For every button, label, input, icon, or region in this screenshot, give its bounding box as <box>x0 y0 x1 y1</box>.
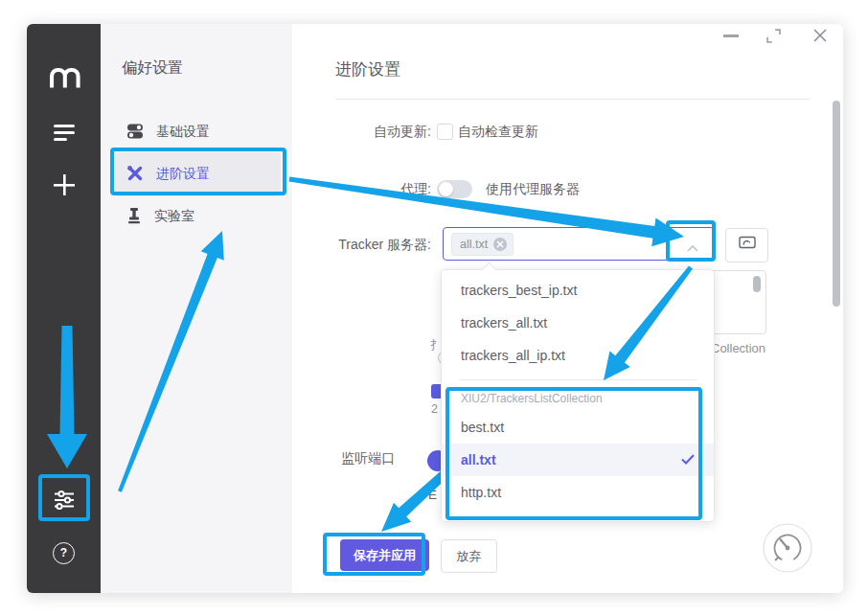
proxy-option: 使用代理服务器 <box>486 181 580 198</box>
screen: ? 偏好设置 基础设置 <box>0 0 868 616</box>
app-window: ? 偏好设置 基础设置 <box>27 24 843 593</box>
maximize-icon <box>766 29 781 43</box>
dropdown-item[interactable]: trackers_all_ip.txt <box>442 339 714 372</box>
page-title: 进阶设置 <box>335 58 400 80</box>
speed-gauge-button[interactable] <box>763 523 812 573</box>
auto-update-option[interactable]: 自动检查更新 <box>458 124 538 141</box>
add-task-icon[interactable] <box>27 172 101 197</box>
close-button[interactable] <box>812 28 828 47</box>
sidebar-item-label: 基础设置 <box>156 124 210 141</box>
sidebar-item-lab[interactable]: 实验室 <box>115 194 281 239</box>
help-glyph: ? <box>53 542 75 564</box>
help-icon[interactable]: ? <box>27 541 101 564</box>
stamp-icon <box>126 207 142 227</box>
annotation-box-tracker-group <box>445 387 702 520</box>
proxy-toggle[interactable] <box>437 180 472 198</box>
auto-update-label: 自动更新: <box>292 124 431 141</box>
dropdown-divider <box>459 379 697 380</box>
hint-text-fragment: Collection <box>711 342 765 355</box>
gauge-icon <box>763 523 812 573</box>
screen-refresh-icon <box>738 236 757 255</box>
textarea-scrollbar[interactable] <box>753 276 761 292</box>
annotation-box-preferences-icon <box>38 474 90 521</box>
dropdown-item[interactable]: trackers_best_ip.txt <box>442 274 714 307</box>
main-scrollbar[interactable] <box>833 101 840 307</box>
title-divider <box>335 99 810 100</box>
panel-title: 偏好设置 <box>122 58 183 79</box>
listen-port-label: 监听端口 <box>341 450 395 468</box>
discard-button[interactable]: 放弃 <box>441 539 497 573</box>
task-list-icon[interactable] <box>27 120 101 145</box>
maximize-button[interactable] <box>766 29 781 47</box>
tag-remove-icon[interactable] <box>493 238 507 251</box>
double-toggle-icon <box>126 123 144 143</box>
preferences-panel: 偏好设置 基础设置 <box>101 24 292 593</box>
clipped-text-fragment: 扌 〈 <box>430 338 441 367</box>
clipped-letter-fragment: E <box>428 488 437 502</box>
tag-label: all.txt <box>460 238 488 251</box>
minimize-button[interactable] <box>723 34 739 37</box>
clipped-checkbox-fragment <box>431 384 441 399</box>
auto-update-checkbox[interactable] <box>437 124 453 140</box>
motrix-logo-icon <box>27 62 101 93</box>
annotation-box-advanced-settings <box>110 148 286 195</box>
close-icon <box>812 28 828 43</box>
annotation-box-save-button <box>323 533 425 576</box>
tracker-label: Tracker 服务器: <box>292 237 431 254</box>
clipped-number-fragment: 2 <box>431 402 438 416</box>
proxy-label: 代理: <box>292 181 431 198</box>
annotation-box-collapse-caret <box>666 220 716 262</box>
sidebar-item-label: 实验室 <box>154 208 194 225</box>
tracker-tag: all.txt <box>451 233 514 256</box>
sync-tracker-button[interactable] <box>725 228 768 262</box>
toggle-knob <box>439 182 453 196</box>
dropdown-item[interactable]: trackers_all.txt <box>442 307 714 339</box>
